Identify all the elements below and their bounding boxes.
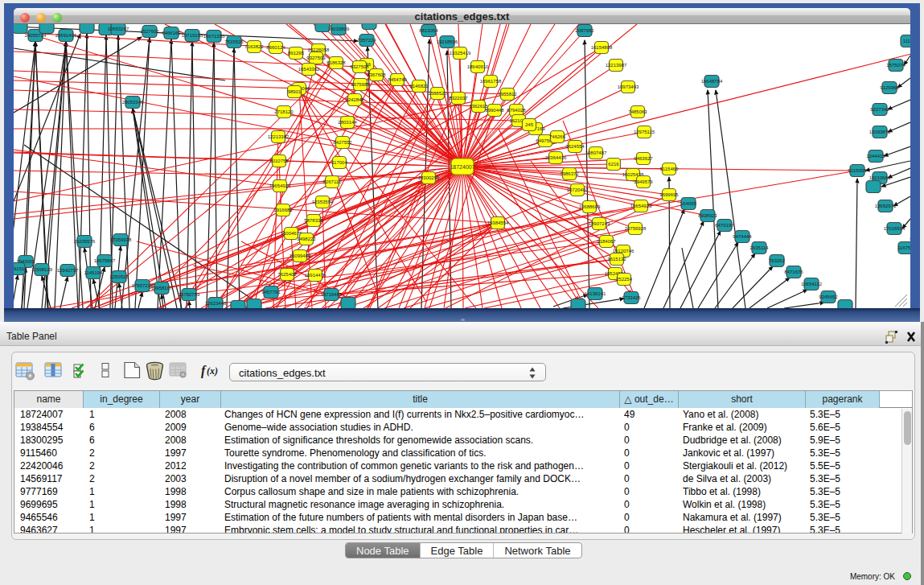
svg-text:7515526: 7515526 [224, 39, 244, 44]
svg-text:18907249: 18907249 [589, 221, 610, 226]
svg-text:10975887: 10975887 [94, 258, 116, 263]
svg-text:10719155: 10719155 [182, 33, 203, 38]
svg-text:1250515: 1250515 [109, 274, 129, 279]
svg-text:11568129: 11568129 [31, 267, 53, 272]
svg-text:9184067: 9184067 [597, 239, 616, 244]
svg-text:9227342: 9227342 [870, 107, 889, 112]
svg-text:8454749: 8454749 [388, 77, 407, 82]
svg-text:13692971: 13692971 [875, 204, 897, 208]
svg-text:252254: 252254 [616, 277, 633, 282]
svg-text:9242848: 9242848 [345, 97, 364, 102]
svg-text:1527602: 1527602 [140, 29, 159, 34]
svg-text:16543362: 16543362 [298, 67, 320, 72]
svg-text:12093872: 12093872 [869, 130, 891, 134]
svg-text:1112: 1112 [903, 39, 910, 43]
svg-text:1575074: 1575074 [886, 63, 906, 68]
svg-text:8813054: 8813054 [419, 28, 438, 33]
svg-text:2718120: 2718120 [274, 109, 294, 114]
svg-text:763262: 763262 [769, 258, 786, 263]
svg-text:10688609: 10688609 [579, 204, 601, 209]
svg-text:2087682: 2087682 [575, 28, 594, 33]
svg-text:16671355: 16671355 [203, 34, 225, 39]
svg-text:8427552: 8427552 [333, 140, 352, 145]
svg-text:14136141: 14136141 [585, 291, 606, 296]
svg-text:1615132: 1615132 [607, 257, 626, 262]
svg-text:16961758: 16961758 [480, 79, 502, 84]
svg-text:9115460: 9115460 [660, 167, 680, 171]
svg-text:3675685: 3675685 [351, 82, 370, 87]
svg-text:9215955: 9215955 [848, 168, 867, 173]
svg-text:12213987: 12213987 [606, 63, 627, 68]
svg-text:15720407: 15720407 [567, 187, 589, 192]
svg-text:98901: 98901 [288, 89, 302, 94]
svg-text:7163822: 7163822 [244, 44, 264, 49]
svg-text:245: 245 [525, 122, 534, 127]
svg-text:9245652: 9245652 [819, 295, 838, 299]
svg-text:116753: 116753 [897, 245, 910, 250]
svg-text:1949579: 1949579 [634, 179, 653, 184]
svg-text:7357224: 7357224 [357, 38, 376, 43]
svg-text:2935114: 2935114 [750, 245, 770, 250]
svg-text:19654923: 19654923 [269, 183, 291, 188]
svg-text:2367608: 2367608 [367, 72, 386, 77]
svg-text:3624554: 3624554 [565, 144, 585, 149]
svg-text:7986372: 7986372 [560, 171, 579, 176]
svg-text:2803144: 2803144 [338, 120, 357, 125]
svg-text:12975115: 12975115 [634, 130, 655, 134]
svg-text:18724007: 18724007 [450, 164, 474, 170]
svg-text:7955812: 7955812 [498, 92, 517, 97]
svg-text:10654112: 10654112 [801, 282, 823, 286]
svg-text:20206576: 20206576 [74, 239, 96, 244]
svg-text:16648784: 16648784 [701, 79, 723, 84]
svg-text:16154808: 16154808 [591, 45, 613, 50]
svg-text:18640910: 18640910 [467, 64, 489, 69]
svg-text:28053346: 28053346 [122, 100, 144, 105]
svg-text:20364436: 20364436 [545, 155, 567, 160]
svg-text:1145194: 1145194 [84, 270, 104, 275]
svg-text:7625402: 7625402 [277, 272, 297, 277]
svg-text:1010755: 1010755 [269, 159, 289, 163]
svg-text:13325419: 13325419 [450, 51, 471, 56]
svg-text:19384554: 19384554 [487, 220, 509, 225]
svg-text:10807487: 10807487 [585, 150, 607, 155]
svg-text:10958107: 10958107 [151, 286, 173, 290]
svg-text:(x): (x) [207, 365, 218, 377]
svg-text:9474444: 9474444 [733, 234, 752, 239]
svg-text:12942737: 12942737 [57, 268, 79, 273]
svg-text:6216: 6216 [608, 162, 619, 167]
svg-text:16004678: 16004678 [281, 231, 302, 236]
svg-text:12923448: 12923448 [205, 301, 227, 306]
svg-text:12213382: 12213382 [268, 134, 290, 139]
svg-text:8660124: 8660124 [266, 45, 285, 50]
svg-text:9463627: 9463627 [634, 156, 653, 161]
svg-text:9327509: 9327509 [306, 56, 326, 60]
svg-text:9129966: 9129966 [880, 85, 899, 90]
svg-text:16782759: 16782759 [179, 292, 200, 297]
svg-text:6794028: 6794028 [507, 108, 526, 113]
svg-text:8322037: 8322037 [449, 96, 468, 101]
svg-text:16033809: 16033809 [328, 27, 350, 31]
svg-text:9327508: 9327508 [350, 64, 369, 69]
svg-text:f: f [201, 364, 207, 378]
svg-text:8186328: 8186328 [326, 60, 346, 65]
svg-text:16654923: 16654923 [630, 204, 652, 208]
svg-text:16099489: 16099489 [290, 253, 311, 258]
svg-text:12353594: 12353594 [312, 200, 334, 204]
svg-text:891295: 891295 [288, 51, 305, 56]
svg-text:20756928: 20756928 [625, 226, 647, 231]
svg-text:1244415: 1244415 [866, 154, 885, 159]
svg-text:6466160: 6466160 [162, 31, 181, 35]
svg-text:10973493: 10973493 [618, 84, 639, 89]
svg-text:746266: 746266 [549, 134, 566, 139]
svg-text:17016504: 17016504 [884, 226, 906, 231]
svg-text:8990448: 8990448 [485, 108, 504, 113]
svg-text:9146821: 9146821 [409, 84, 429, 89]
svg-text:10553267: 10553267 [108, 27, 129, 31]
svg-text:20691406: 20691406 [55, 33, 77, 38]
svg-text:3498222: 3498222 [297, 237, 316, 241]
svg-text:6479197: 6479197 [715, 223, 734, 228]
svg-text:1733426: 1733426 [622, 295, 641, 300]
svg-text:18300295: 18300295 [418, 175, 440, 180]
svg-text:7485063: 7485063 [628, 109, 647, 114]
svg-text:8938923: 8938923 [698, 213, 717, 218]
